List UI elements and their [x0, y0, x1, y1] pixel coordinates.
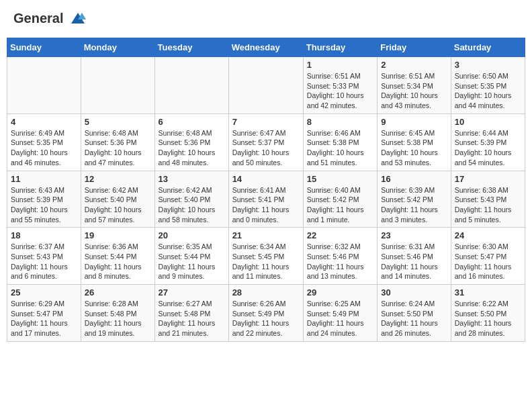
day-number: 17	[455, 174, 521, 184]
calendar-cell: 7Sunrise: 6:47 AM Sunset: 5:37 PM Daylig…	[228, 113, 303, 171]
day-number: 4	[11, 117, 77, 127]
day-number: 19	[85, 230, 151, 240]
calendar-week-row: 4Sunrise: 6:49 AM Sunset: 5:35 PM Daylig…	[7, 113, 525, 171]
day-number: 23	[381, 230, 447, 240]
day-number: 10	[455, 117, 521, 127]
day-info: Sunrise: 6:25 AM Sunset: 5:49 PM Dayligh…	[307, 299, 373, 338]
day-info: Sunrise: 6:51 AM Sunset: 5:34 PM Dayligh…	[381, 71, 447, 111]
calendar-cell: 13Sunrise: 6:42 AM Sunset: 5:40 PM Dayli…	[154, 171, 228, 228]
day-number: 26	[85, 287, 151, 298]
day-number: 12	[85, 174, 151, 184]
calendar-cell: 24Sunrise: 6:30 AM Sunset: 5:47 PM Dayli…	[451, 228, 525, 285]
calendar-header-row: SundayMondayTuesdayWednesdayThursdayFrid…	[7, 38, 525, 57]
day-info: Sunrise: 6:28 AM Sunset: 5:48 PM Dayligh…	[85, 299, 151, 338]
calendar-cell: 29Sunrise: 6:25 AM Sunset: 5:49 PM Dayli…	[303, 285, 377, 342]
calendar-cell: 31Sunrise: 6:22 AM Sunset: 5:50 PM Dayli…	[451, 285, 525, 342]
logo-icon	[69, 10, 87, 29]
calendar-cell: 26Sunrise: 6:28 AM Sunset: 5:48 PM Dayli…	[81, 285, 154, 342]
calendar-cell	[81, 57, 154, 114]
calendar-cell	[7, 57, 81, 114]
calendar-cell: 5Sunrise: 6:48 AM Sunset: 5:36 PM Daylig…	[81, 113, 154, 171]
day-number: 28	[232, 287, 300, 298]
day-info: Sunrise: 6:50 AM Sunset: 5:35 PM Dayligh…	[455, 71, 521, 111]
weekday-header-tuesday: Tuesday	[154, 38, 228, 57]
day-number: 20	[159, 230, 225, 240]
calendar-cell: 14Sunrise: 6:41 AM Sunset: 5:41 PM Dayli…	[228, 171, 303, 228]
day-info: Sunrise: 6:30 AM Sunset: 5:47 PM Dayligh…	[455, 242, 521, 281]
day-number: 9	[381, 117, 447, 127]
day-number: 13	[159, 174, 225, 184]
weekday-header-friday: Friday	[378, 38, 451, 57]
calendar-cell: 8Sunrise: 6:46 AM Sunset: 5:38 PM Daylig…	[303, 113, 377, 171]
calendar-cell: 30Sunrise: 6:24 AM Sunset: 5:50 PM Dayli…	[378, 285, 451, 342]
weekday-header-saturday: Saturday	[451, 38, 525, 57]
calendar-week-row: 25Sunrise: 6:29 AM Sunset: 5:47 PM Dayli…	[7, 285, 525, 342]
day-info: Sunrise: 6:48 AM Sunset: 5:36 PM Dayligh…	[85, 128, 151, 168]
day-info: Sunrise: 6:22 AM Sunset: 5:50 PM Dayligh…	[455, 299, 521, 338]
day-number: 18	[11, 230, 77, 240]
day-number: 25	[11, 287, 77, 298]
calendar-cell: 11Sunrise: 6:43 AM Sunset: 5:39 PM Dayli…	[7, 171, 81, 228]
day-info: Sunrise: 6:29 AM Sunset: 5:47 PM Dayligh…	[11, 299, 77, 338]
day-number: 1	[307, 60, 373, 70]
calendar-cell: 3Sunrise: 6:50 AM Sunset: 5:35 PM Daylig…	[451, 57, 525, 114]
logo-general: General	[13, 10, 87, 29]
weekday-header-wednesday: Wednesday	[228, 38, 303, 57]
calendar-week-row: 1Sunrise: 6:51 AM Sunset: 5:33 PM Daylig…	[7, 57, 525, 114]
day-number: 21	[232, 230, 300, 240]
calendar-cell: 27Sunrise: 6:27 AM Sunset: 5:48 PM Dayli…	[154, 285, 228, 342]
day-number: 30	[381, 287, 447, 298]
weekday-header-sunday: Sunday	[7, 38, 81, 57]
day-info: Sunrise: 6:42 AM Sunset: 5:40 PM Dayligh…	[159, 185, 225, 225]
day-info: Sunrise: 6:46 AM Sunset: 5:38 PM Dayligh…	[307, 128, 373, 168]
day-number: 2	[381, 60, 447, 70]
calendar-cell: 28Sunrise: 6:26 AM Sunset: 5:49 PM Dayli…	[228, 285, 303, 342]
calendar-cell: 15Sunrise: 6:40 AM Sunset: 5:42 PM Dayli…	[303, 171, 377, 228]
calendar-cell	[154, 57, 228, 114]
day-number: 16	[381, 174, 447, 184]
day-number: 14	[232, 174, 300, 184]
day-info: Sunrise: 6:42 AM Sunset: 5:40 PM Dayligh…	[85, 185, 151, 225]
calendar-cell: 4Sunrise: 6:49 AM Sunset: 5:35 PM Daylig…	[7, 113, 81, 171]
calendar-cell: 20Sunrise: 6:35 AM Sunset: 5:44 PM Dayli…	[154, 228, 228, 285]
day-info: Sunrise: 6:51 AM Sunset: 5:33 PM Dayligh…	[307, 71, 373, 111]
logo-text: General	[13, 10, 87, 29]
day-info: Sunrise: 6:31 AM Sunset: 5:46 PM Dayligh…	[381, 242, 447, 281]
logo: General	[13, 10, 87, 29]
day-info: Sunrise: 6:36 AM Sunset: 5:44 PM Dayligh…	[85, 242, 151, 281]
weekday-header-monday: Monday	[81, 38, 154, 57]
day-number: 15	[307, 174, 373, 184]
day-info: Sunrise: 6:24 AM Sunset: 5:50 PM Dayligh…	[381, 299, 447, 338]
day-info: Sunrise: 6:40 AM Sunset: 5:42 PM Dayligh…	[307, 185, 373, 225]
day-info: Sunrise: 6:43 AM Sunset: 5:39 PM Dayligh…	[11, 185, 77, 225]
day-info: Sunrise: 6:39 AM Sunset: 5:42 PM Dayligh…	[381, 185, 447, 225]
calendar-cell: 23Sunrise: 6:31 AM Sunset: 5:46 PM Dayli…	[378, 228, 451, 285]
calendar-cell: 2Sunrise: 6:51 AM Sunset: 5:34 PM Daylig…	[378, 57, 451, 114]
calendar-cell: 25Sunrise: 6:29 AM Sunset: 5:47 PM Dayli…	[7, 285, 81, 342]
day-info: Sunrise: 6:49 AM Sunset: 5:35 PM Dayligh…	[11, 128, 77, 168]
day-number: 22	[307, 230, 373, 240]
calendar-cell: 6Sunrise: 6:48 AM Sunset: 5:36 PM Daylig…	[154, 113, 228, 171]
calendar-cell: 19Sunrise: 6:36 AM Sunset: 5:44 PM Dayli…	[81, 228, 154, 285]
day-info: Sunrise: 6:47 AM Sunset: 5:37 PM Dayligh…	[232, 128, 300, 168]
day-number: 11	[11, 174, 77, 184]
day-info: Sunrise: 6:48 AM Sunset: 5:36 PM Dayligh…	[159, 128, 225, 168]
day-number: 7	[232, 117, 300, 127]
day-info: Sunrise: 6:34 AM Sunset: 5:45 PM Dayligh…	[232, 242, 300, 281]
calendar-cell: 9Sunrise: 6:45 AM Sunset: 5:38 PM Daylig…	[378, 113, 451, 171]
calendar-cell: 17Sunrise: 6:38 AM Sunset: 5:43 PM Dayli…	[451, 171, 525, 228]
day-info: Sunrise: 6:35 AM Sunset: 5:44 PM Dayligh…	[159, 242, 225, 281]
calendar-cell: 16Sunrise: 6:39 AM Sunset: 5:42 PM Dayli…	[378, 171, 451, 228]
day-info: Sunrise: 6:32 AM Sunset: 5:46 PM Dayligh…	[307, 242, 373, 281]
calendar-cell: 21Sunrise: 6:34 AM Sunset: 5:45 PM Dayli…	[228, 228, 303, 285]
day-info: Sunrise: 6:38 AM Sunset: 5:43 PM Dayligh…	[455, 185, 521, 225]
weekday-header-thursday: Thursday	[303, 38, 377, 57]
calendar-cell: 18Sunrise: 6:37 AM Sunset: 5:43 PM Dayli…	[7, 228, 81, 285]
calendar-cell: 1Sunrise: 6:51 AM Sunset: 5:33 PM Daylig…	[303, 57, 377, 114]
day-number: 31	[455, 287, 521, 298]
day-info: Sunrise: 6:45 AM Sunset: 5:38 PM Dayligh…	[381, 128, 447, 168]
calendar-week-row: 11Sunrise: 6:43 AM Sunset: 5:39 PM Dayli…	[7, 171, 525, 228]
day-info: Sunrise: 6:41 AM Sunset: 5:41 PM Dayligh…	[232, 185, 300, 225]
day-number: 5	[85, 117, 151, 127]
day-number: 6	[159, 117, 225, 127]
